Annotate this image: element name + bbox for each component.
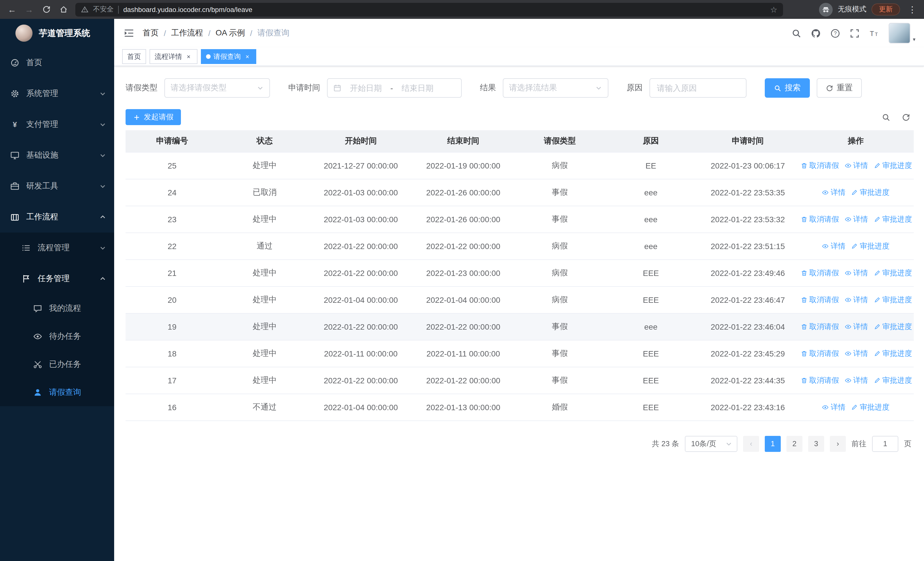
security-label[interactable]: 不安全 <box>93 5 114 14</box>
app-header: 首页 / 工作流程 / OA 示例 / 请假查询 ? <box>114 19 924 47</box>
reason-input[interactable] <box>657 83 739 93</box>
page-button-2[interactable]: 2 <box>786 436 802 451</box>
update-button[interactable]: 更新 <box>872 3 900 15</box>
browser-forward-icon[interactable]: → <box>22 2 36 17</box>
github-icon[interactable] <box>811 28 821 38</box>
sidebar-item-todo-tasks[interactable]: 待办任务 <box>0 322 114 350</box>
start-date-input[interactable] <box>345 83 386 93</box>
action-detail-link[interactable]: 详情 <box>844 268 868 278</box>
action-label: 详情 <box>853 160 868 170</box>
edit-icon <box>874 269 880 276</box>
breadcrumb-item[interactable]: 首页 <box>142 28 159 38</box>
zoom-icon[interactable] <box>882 113 890 122</box>
sidebar-item-leave-query[interactable]: 请假查询 <box>0 378 114 406</box>
browser-reload-icon[interactable] <box>39 2 54 17</box>
page-button-3[interactable]: 3 <box>808 436 824 451</box>
url-bar[interactable]: 不安全 dashboard.yudao.iocoder.cn/bpm/oa/le… <box>75 3 783 16</box>
action-label: 审批进度 <box>860 402 890 412</box>
action-label: 取消请假 <box>809 160 839 170</box>
page-size-select[interactable]: 10条/页 <box>685 436 737 451</box>
action-detail-link[interactable]: 详情 <box>844 375 868 385</box>
trash-icon <box>801 350 808 357</box>
action-progress-link[interactable]: 审批进度 <box>851 402 890 412</box>
action-cancel-link[interactable]: 取消请假 <box>801 268 839 278</box>
action-detail-link[interactable]: 详情 <box>844 348 868 358</box>
goto-page-input[interactable] <box>872 436 898 451</box>
sidebar-item-my-process[interactable]: 我的流程 <box>0 294 114 322</box>
action-detail-link[interactable]: 详情 <box>844 321 868 332</box>
page-button-1[interactable]: 1 <box>765 436 781 451</box>
sidebar-item-home[interactable]: 首页 <box>0 47 114 78</box>
trash-icon <box>801 296 808 303</box>
sidebar-collapse-icon[interactable] <box>124 29 134 38</box>
bookmark-star-icon[interactable]: ☆ <box>770 5 777 14</box>
close-icon[interactable]: × <box>244 53 251 60</box>
browser-home-icon[interactable] <box>56 2 71 17</box>
search-icon[interactable] <box>792 28 802 38</box>
close-icon[interactable]: × <box>185 53 192 60</box>
create-leave-button[interactable]: 发起请假 <box>126 109 181 125</box>
date-range-picker[interactable]: - <box>327 78 462 98</box>
tab-process-detail[interactable]: 流程详情 × <box>150 49 198 64</box>
sidebar-item-done-tasks[interactable]: 已办任务 <box>0 350 114 378</box>
action-label: 审批进度 <box>882 375 912 385</box>
sidebar-item-dev-tools[interactable]: 研发工具 <box>0 171 114 202</box>
action-progress-link[interactable]: 审批进度 <box>874 348 912 358</box>
action-detail-link[interactable]: 详情 <box>822 402 846 412</box>
action-progress-link[interactable]: 审批进度 <box>851 187 890 197</box>
breadcrumb-item[interactable]: OA 示例 <box>216 28 245 38</box>
browser-back-icon[interactable]: ← <box>4 2 20 17</box>
chat-icon <box>33 304 42 313</box>
browser-menu-icon[interactable]: ⋮ <box>905 4 920 15</box>
table-row: 22通过2022-01-22 00:00:002022-01-22 00:00:… <box>126 233 914 259</box>
action-label: 取消请假 <box>809 268 839 278</box>
action-detail-link[interactable]: 详情 <box>844 295 868 305</box>
font-size-icon[interactable]: TT <box>870 28 879 38</box>
avatar[interactable] <box>889 23 910 44</box>
end-date-input[interactable] <box>397 83 438 93</box>
action-detail-link[interactable]: 详情 <box>844 160 868 170</box>
result-select[interactable]: 请选择流结果 <box>503 78 608 98</box>
eye-icon <box>844 162 852 169</box>
sidebar-item-task-management[interactable]: 任务管理 <box>0 263 114 294</box>
action-progress-link[interactable]: 审批进度 <box>874 321 912 332</box>
reset-button[interactable]: 重置 <box>817 78 862 98</box>
sidebar-item-process-management[interactable]: 流程管理 <box>0 233 114 263</box>
cell-id: 22 <box>126 233 219 259</box>
search-button-label: 搜索 <box>785 83 801 93</box>
sidebar-item-workflow[interactable]: 工作流程 <box>0 202 114 233</box>
action-detail-link[interactable]: 详情 <box>844 214 868 224</box>
action-cancel-link[interactable]: 取消请假 <box>801 160 839 170</box>
prev-page-button[interactable]: ‹ <box>743 436 759 451</box>
search-button[interactable]: 搜索 <box>765 78 810 98</box>
action-cancel-link[interactable]: 取消请假 <box>801 375 839 385</box>
action-detail-link[interactable]: 详情 <box>822 187 846 197</box>
action-detail-link[interactable]: 详情 <box>822 241 846 251</box>
action-progress-link[interactable]: 审批进度 <box>874 375 912 385</box>
action-cancel-link[interactable]: 取消请假 <box>801 348 839 358</box>
cell-id: 23 <box>126 206 219 233</box>
sidebar-item-infrastructure[interactable]: 基础设施 <box>0 140 114 171</box>
help-icon[interactable]: ? <box>831 28 840 38</box>
action-cancel-link[interactable]: 取消请假 <box>801 214 839 224</box>
breadcrumb-item[interactable]: 工作流程 <box>171 28 203 38</box>
user-menu[interactable]: ▾ <box>889 23 915 44</box>
fullscreen-icon[interactable] <box>850 28 860 38</box>
leave-type-select[interactable]: 请选择请假类型 <box>164 78 270 98</box>
sidebar-item-system-management[interactable]: 系统管理 <box>0 78 114 109</box>
action-progress-link[interactable]: 审批进度 <box>874 295 912 305</box>
url-text[interactable]: dashboard.yudao.iocoder.cn/bpm/oa/leave <box>123 5 766 14</box>
next-page-button[interactable]: › <box>830 436 846 451</box>
action-cancel-link[interactable]: 取消请假 <box>801 321 839 332</box>
action-progress-link[interactable]: 审批进度 <box>874 160 912 170</box>
action-cancel-link[interactable]: 取消请假 <box>801 295 839 305</box>
app-logo[interactable]: 芋道管理系统 <box>0 19 114 47</box>
action-progress-link[interactable]: 审批进度 <box>874 214 912 224</box>
action-progress-link[interactable]: 审批进度 <box>874 268 912 278</box>
sidebar-item-payment-management[interactable]: ¥ 支付管理 <box>0 109 114 140</box>
action-progress-link[interactable]: 审批进度 <box>851 241 890 251</box>
tab-leave-query[interactable]: 请假查询 × <box>201 49 256 64</box>
trash-icon <box>801 162 808 169</box>
tab-home[interactable]: 首页 <box>122 49 146 64</box>
refresh-icon[interactable] <box>902 113 910 122</box>
